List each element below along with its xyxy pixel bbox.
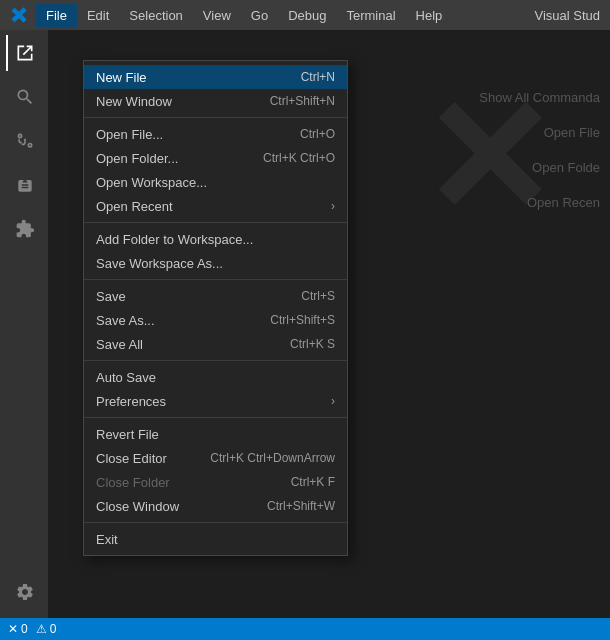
menu-add-folder[interactable]: Add Folder to Workspace... — [84, 227, 347, 251]
activity-bar — [0, 30, 48, 618]
menu-view[interactable]: View — [193, 4, 241, 27]
menu-section-autosave: Auto Save Preferences › — [84, 361, 347, 418]
activity-explorer[interactable] — [6, 35, 42, 71]
error-count: 0 — [21, 622, 28, 636]
menu-open-workspace[interactable]: Open Workspace... — [84, 170, 347, 194]
menu-auto-save[interactable]: Auto Save — [84, 365, 347, 389]
status-bar-left: ✕ 0 ⚠ 0 — [8, 622, 56, 636]
menu-file[interactable]: File — [36, 4, 77, 27]
file-menu-dropdown: New File Ctrl+N New Window Ctrl+Shift+N … — [83, 60, 348, 556]
menu-section-new: New File Ctrl+N New Window Ctrl+Shift+N — [84, 61, 347, 118]
menu-exit[interactable]: Exit — [84, 527, 347, 551]
activity-source-control[interactable] — [6, 123, 42, 159]
warning-count: 0 — [50, 622, 57, 636]
status-warnings[interactable]: ⚠ 0 — [36, 622, 57, 636]
dropdown-overlay: New File Ctrl+N New Window Ctrl+Shift+N … — [48, 30, 610, 618]
menu-bar: File Edit Selection View Go Debug Termin… — [36, 4, 600, 27]
menu-close-editor[interactable]: Close Editor Ctrl+K Ctrl+DownArrow — [84, 446, 347, 470]
activity-settings[interactable] — [6, 574, 42, 610]
menu-revert-file[interactable]: Revert File — [84, 422, 347, 446]
activity-search[interactable] — [6, 79, 42, 115]
menu-section-exit: Exit — [84, 523, 347, 555]
warning-icon: ⚠ — [36, 622, 47, 636]
activity-extensions[interactable] — [6, 211, 42, 247]
window-title: Visual Stud — [534, 8, 600, 23]
error-icon: ✕ — [8, 622, 18, 636]
menu-section-save: Save Ctrl+S Save As... Ctrl+Shift+S Save… — [84, 280, 347, 361]
menu-terminal[interactable]: Terminal — [336, 4, 405, 27]
menu-preferences[interactable]: Preferences › — [84, 389, 347, 413]
content-area: ✕ Show All Commanda Open File Open Folde… — [48, 30, 610, 618]
menu-new-window[interactable]: New Window Ctrl+Shift+N — [84, 89, 347, 113]
menu-section-workspace: Add Folder to Workspace... Save Workspac… — [84, 223, 347, 280]
menu-selection[interactable]: Selection — [119, 4, 192, 27]
menu-edit[interactable]: Edit — [77, 4, 119, 27]
menu-save-all[interactable]: Save All Ctrl+K S — [84, 332, 347, 356]
menu-go[interactable]: Go — [241, 4, 278, 27]
menu-open-folder[interactable]: Open Folder... Ctrl+K Ctrl+O — [84, 146, 347, 170]
menu-save-workspace-as[interactable]: Save Workspace As... — [84, 251, 347, 275]
menu-open-file[interactable]: Open File... Ctrl+O — [84, 122, 347, 146]
main-layout: ✕ Show All Commanda Open File Open Folde… — [0, 30, 610, 618]
menu-section-open: Open File... Ctrl+O Open Folder... Ctrl+… — [84, 118, 347, 223]
activity-debug[interactable] — [6, 167, 42, 203]
menu-save[interactable]: Save Ctrl+S — [84, 284, 347, 308]
menu-new-file[interactable]: New File Ctrl+N — [84, 65, 347, 89]
title-bar: File Edit Selection View Go Debug Termin… — [0, 0, 610, 30]
menu-section-close: Revert File Close Editor Ctrl+K Ctrl+Dow… — [84, 418, 347, 523]
menu-open-recent[interactable]: Open Recent › — [84, 194, 347, 218]
menu-debug[interactable]: Debug — [278, 4, 336, 27]
menu-close-window[interactable]: Close Window Ctrl+Shift+W — [84, 494, 347, 518]
menu-close-folder: Close Folder Ctrl+K F — [84, 470, 347, 494]
status-bar: ✕ 0 ⚠ 0 — [0, 618, 610, 640]
vscode-logo — [10, 6, 28, 24]
menu-save-as[interactable]: Save As... Ctrl+Shift+S — [84, 308, 347, 332]
status-errors[interactable]: ✕ 0 — [8, 622, 28, 636]
menu-help[interactable]: Help — [406, 4, 453, 27]
